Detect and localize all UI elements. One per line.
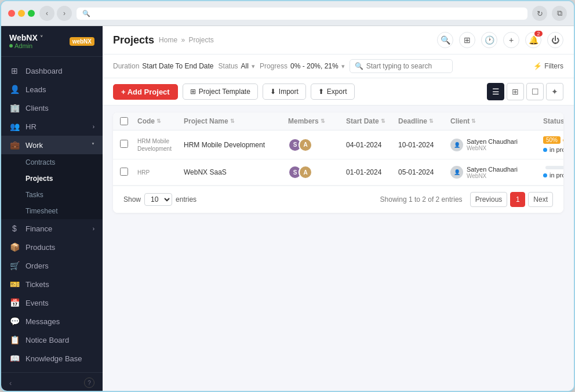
project-template-button[interactable]: ⊞ Project Template (183, 84, 258, 100)
brand-name[interactable]: WebNX ˅ (9, 33, 43, 42)
sidebar-item-tickets[interactable]: 🎫 Tickets (1, 275, 103, 293)
hr-chevron-icon: › (93, 124, 94, 130)
sidebar-item-contracts[interactable]: Contracts (1, 154, 103, 170)
sidebar-logo: WebNX ˅ Admin (9, 33, 43, 49)
client-info: Satyen Chaudhari WebNX (467, 138, 518, 151)
project-code-cell: HRP (137, 169, 184, 176)
collapse-icon[interactable]: ‹ (9, 379, 12, 387)
col-deadline: Deadline⇅ (398, 117, 450, 125)
notification-badge: 2 (534, 31, 543, 37)
brand-chevron: ˅ (40, 35, 43, 41)
dot-yellow[interactable] (18, 10, 25, 17)
search-icon: 🔍 (82, 10, 90, 17)
page-1-button[interactable]: 1 (510, 192, 525, 207)
client-area: 👤 Satyen Chaudhari WebNX (450, 166, 543, 179)
search-input[interactable] (366, 62, 447, 70)
browser-bar: ‹ › 🔍 ↻ ⧉ (1, 1, 574, 26)
search-box[interactable]: 🔍 (350, 59, 453, 73)
logo-badge: webNX (70, 37, 94, 46)
back-button[interactable]: ‹ (39, 6, 54, 21)
filters-button[interactable]: ⚡ Filters (533, 62, 563, 70)
status-row[interactable]: in progress ˅ (543, 172, 563, 179)
status-dot (543, 173, 547, 177)
sidebar-item-notice-board[interactable]: 📋 Notice Board (1, 331, 103, 349)
sidebar-item-work[interactable]: 💼 Work ˅ (1, 136, 103, 154)
table-header: Code⇅ Project Name⇅ Members⇅ Start Date⇅… (113, 112, 563, 130)
sidebar-footer: ‹ ? (1, 372, 103, 391)
page-title: Projects (113, 34, 154, 46)
messages-icon: 💬 (9, 317, 20, 326)
help-icon[interactable]: ? (84, 378, 94, 388)
sidebar-item-orders[interactable]: 🛒 Orders (1, 256, 103, 275)
header-search-button[interactable]: 🔍 (437, 32, 453, 48)
orders-icon: 🛒 (9, 261, 20, 270)
progress-filter[interactable]: Progress 0% - 20%, 21% ▾ (260, 62, 345, 70)
add-project-button[interactable]: + Add Project (113, 84, 178, 100)
dot-green[interactable] (28, 10, 35, 17)
members-avatars: S A (288, 165, 346, 179)
sidebar-header: WebNX ˅ Admin webNX (1, 26, 103, 57)
status-cell: in progress ˅ (543, 166, 563, 179)
main-content: Projects Home » Projects 🔍 ⊞ 🕐 + 🔔 2 (103, 26, 574, 391)
header-grid-button[interactable]: ⊞ (459, 32, 475, 48)
header-bell-button[interactable]: 🔔 2 (525, 32, 541, 48)
import-button[interactable]: ⬇ Import (263, 84, 306, 100)
products-icon: 📦 (9, 242, 20, 252)
projects-table: Code⇅ Project Name⇅ Members⇅ Start Date⇅… (113, 112, 563, 213)
card-view-button[interactable]: ⊞ (507, 83, 524, 100)
finance-icon: $ (9, 224, 20, 233)
sidebar-item-knowledge-base[interactable]: 📖 Knowledge Base (1, 349, 103, 368)
leads-icon: 👤 (9, 85, 20, 94)
client-avatar: 👤 (450, 166, 463, 179)
forward-button[interactable]: › (57, 6, 72, 21)
browser-url-bar[interactable]: 🔍 (77, 8, 527, 20)
view-toggle: ☰ ⊞ ☐ ✦ (487, 83, 563, 100)
status-dropdown-icon: ▾ (252, 63, 255, 70)
dot-red[interactable] (8, 10, 15, 17)
header-clock-button[interactable]: 🕐 (481, 32, 497, 48)
select-all-checkbox[interactable] (120, 117, 128, 125)
sidebar-item-dashboard[interactable]: ⊞ Dashboard (1, 61, 103, 80)
sidebar-item-messages[interactable]: 💬 Messages (1, 312, 103, 331)
col-code: Code⇅ (137, 117, 184, 125)
sidebar-item-hr[interactable]: 👥 HR › (1, 117, 103, 136)
star-view-button[interactable]: ✦ (546, 83, 563, 100)
window-button[interactable]: ⧉ (552, 6, 567, 21)
previous-button[interactable]: Previous (470, 192, 508, 207)
progress-bar (563, 139, 563, 142)
calendar-view-button[interactable]: ☐ (526, 83, 544, 100)
next-button[interactable]: Next (528, 192, 553, 207)
sidebar-item-leads[interactable]: 👤 Leads (1, 80, 103, 99)
work-icon: 💼 (9, 140, 20, 150)
list-view-button[interactable]: ☰ (487, 83, 504, 100)
filter-toolbar: Duration Start Date To End Date Status A… (103, 55, 574, 78)
sort-icon: ⇅ (471, 118, 476, 124)
table-row: HRM Mobile Development HRM Mobile Develo… (113, 130, 563, 159)
notice-board-icon: 📋 (9, 335, 20, 344)
deadline-cell: 10-01-2024 (398, 141, 450, 149)
row-checkbox[interactable] (120, 140, 128, 148)
sidebar-item-tasks[interactable]: Tasks (1, 187, 103, 203)
table-container: Code⇅ Project Name⇅ Members⇅ Start Date⇅… (103, 106, 574, 391)
header-plus-button[interactable]: + (503, 32, 519, 48)
status-area: in progress ˅ (543, 166, 563, 179)
refresh-button[interactable]: ↻ (532, 6, 547, 21)
knowledge-base-icon: 📖 (9, 354, 20, 363)
sidebar-item-finance[interactable]: $ Finance › (1, 219, 103, 238)
sidebar-item-timesheet[interactable]: Timesheet (1, 203, 103, 219)
header-power-button[interactable]: ⏻ (547, 32, 563, 48)
col-client: Client⇅ (450, 117, 543, 125)
row-checkbox[interactable] (120, 168, 128, 176)
sidebar-item-clients[interactable]: 🏢 Clients (1, 99, 103, 117)
export-button[interactable]: ⬆ Export (311, 84, 355, 100)
duration-filter[interactable]: Duration Start Date To End Date (113, 62, 214, 70)
status-row[interactable]: in progress ˅ (543, 146, 563, 153)
sidebar-nav: ⊞ Dashboard 👤 Leads 🏢 Clients 👥 HR (1, 57, 103, 372)
status-filter[interactable]: Status All ▾ (219, 62, 255, 70)
entries-select[interactable]: 10 25 50 (144, 193, 172, 206)
deadline-cell: 05-01-2024 (398, 168, 450, 176)
sidebar-item-projects[interactable]: Projects (1, 170, 103, 187)
sidebar-item-events[interactable]: 📅 Events (1, 293, 103, 312)
client-info: Satyen Chaudhari WebNX (467, 166, 518, 179)
sidebar-item-products[interactable]: 📦 Products (1, 238, 103, 256)
